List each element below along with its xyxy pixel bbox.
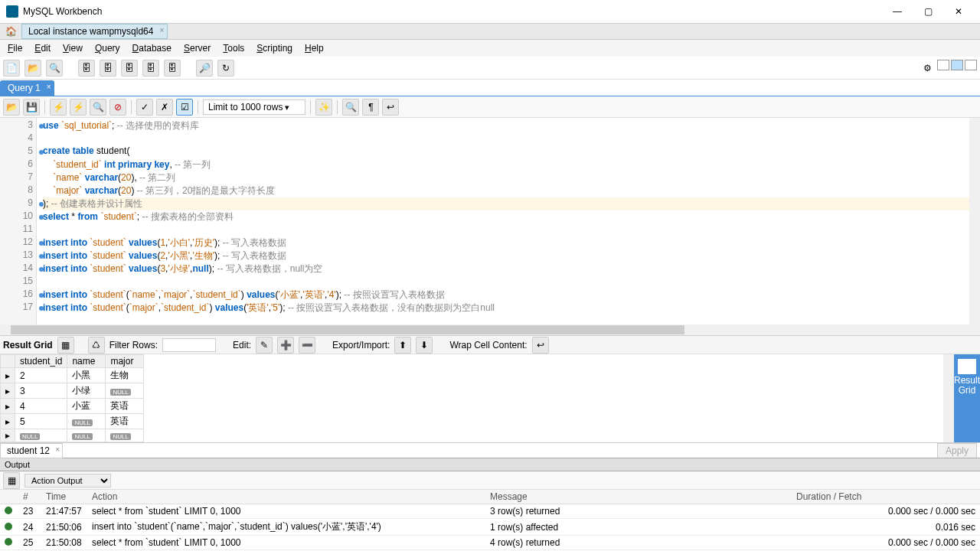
menu-server[interactable]: Server	[179, 41, 215, 55]
output-row[interactable]: 2521:50:08select * from `student` LIMIT …	[0, 536, 980, 550]
menu-query[interactable]: Query	[90, 41, 125, 55]
menu-view[interactable]: View	[58, 41, 87, 55]
filter-icon[interactable]: ♺	[88, 337, 105, 354]
result-side-panel[interactable]: Result Grid	[954, 354, 980, 442]
rollback-icon[interactable]: ✗	[156, 99, 173, 116]
limit-rows-select[interactable]: Limit to 1000 rows ▾	[203, 99, 305, 115]
filter-rows-input[interactable]	[162, 338, 216, 352]
window-title: MySQL Workbench	[23, 6, 882, 17]
home-icon[interactable]: 🏠	[0, 24, 21, 39]
reconnect-icon[interactable]: ↻	[217, 60, 234, 77]
toggle-bottom-panel[interactable]	[951, 60, 963, 70]
close-icon[interactable]: ×	[160, 26, 165, 34]
results-panel: Result Grid ▦ ♺ Filter Rows: Edit: ✎ ➕ ➖…	[0, 335, 980, 458]
new-sql-tab-icon[interactable]: 📄	[3, 60, 20, 77]
execute-current-icon[interactable]: ⚡	[70, 99, 87, 116]
code-editor[interactable]: 34567891011121314151617 use `sql_tutoria…	[0, 118, 980, 324]
status-ok-icon	[5, 523, 12, 530]
table-row[interactable]: ▸2小黑生物	[1, 368, 144, 383]
results-toolbar: Result Grid ▦ ♺ Filter Rows: Edit: ✎ ➕ ➖…	[0, 336, 980, 354]
connection-tab-label: Local instance wampmysqld64	[28, 26, 153, 37]
commit-icon[interactable]: ✓	[136, 99, 153, 116]
titlebar: MySQL Workbench — ▢ ✕	[0, 0, 980, 23]
menubar: FileEditViewQueryDatabaseServerToolsScri…	[0, 40, 980, 57]
inspector-icon[interactable]: 🔍	[46, 60, 63, 77]
open-sql-icon[interactable]: 📂	[24, 60, 41, 77]
db-icon-3[interactable]: 🗄	[121, 60, 138, 77]
add-row-icon[interactable]: ➕	[277, 337, 294, 354]
status-ok-icon	[5, 507, 12, 514]
db-icon-4[interactable]: 🗄	[142, 60, 159, 77]
execute-icon[interactable]: ⚡	[50, 99, 67, 116]
table-row[interactable]: ▸4小蓝英语	[1, 399, 144, 414]
output-view-icon[interactable]: ▦	[3, 472, 20, 489]
status-ok-icon	[5, 538, 12, 546]
menu-scripting[interactable]: Scripting	[252, 41, 297, 55]
main-toolbar: 📄 📂 🔍 🗄 🗄 🗄 🗄 🗄 🔎 ↻ ⚙	[0, 57, 980, 80]
save-file-icon[interactable]: 💾	[23, 99, 40, 116]
output-header: Output	[0, 458, 980, 471]
menu-file[interactable]: File	[3, 41, 27, 55]
result-tab[interactable]: student 12 ×	[0, 443, 63, 458]
code-content[interactable]: use `sql_tutorial`; -- 选择使用的资料库create ta…	[37, 118, 980, 324]
result-grid-label: Result Grid	[3, 340, 53, 350]
invisible-icon[interactable]: ¶	[362, 99, 379, 116]
wrap-label: Wrap Cell Content:	[449, 340, 527, 350]
db-icon[interactable]: 🗄	[78, 60, 95, 77]
horizontal-scrollbar[interactable]	[0, 324, 980, 335]
find-icon[interactable]: 🔍	[342, 99, 359, 116]
search-table-icon[interactable]: 🔎	[196, 60, 213, 77]
menu-database[interactable]: Database	[128, 41, 176, 55]
stop-icon[interactable]: ⊘	[109, 99, 126, 116]
table-row[interactable]: ▸5NULL英语	[1, 414, 144, 429]
line-gutter: 34567891011121314151617	[0, 118, 37, 324]
autocommit-icon[interactable]: ☑	[176, 99, 193, 116]
open-file-icon[interactable]: 📂	[3, 99, 20, 116]
result-grid[interactable]: student_idnamemajor▸2小黑生物▸3小绿NULL▸4小蓝英语▸…	[0, 354, 943, 442]
edit-icon[interactable]: ✎	[256, 337, 273, 354]
query-tab-label: Query 1	[8, 83, 41, 93]
toggle-right-panel[interactable]	[965, 60, 977, 70]
menu-help[interactable]: Help	[300, 41, 328, 55]
settings-gear-icon[interactable]: ⚙	[919, 60, 936, 77]
connection-tab[interactable]: Local instance wampmysqld64 ×	[21, 24, 168, 39]
beautify-icon[interactable]: ✨	[315, 99, 332, 116]
output-type-select[interactable]: Action Output	[24, 474, 111, 487]
connection-tabs: 🏠 Local instance wampmysqld64 ×	[0, 23, 980, 40]
output-row[interactable]: 2321:47:57select * from `student` LIMIT …	[0, 504, 980, 519]
wrap-cell-icon[interactable]: ↩	[532, 337, 549, 354]
filter-rows-label: Filter Rows:	[109, 340, 158, 350]
table-row[interactable]: ▸3小绿NULL	[1, 383, 144, 399]
output-grid[interactable]: #TimeActionMessageDuration / Fetch2321:4…	[0, 490, 980, 551]
menu-tools[interactable]: Tools	[218, 41, 249, 55]
editor-toolbar: 📂 💾 ⚡ ⚡ 🔍 ⊘ ✓ ✗ ☑ Limit to 1000 rows ▾ ✨…	[0, 96, 980, 118]
grid-view-icon[interactable]: ▦	[57, 337, 74, 354]
import-icon[interactable]: ⬇	[416, 337, 433, 354]
explain-icon[interactable]: 🔍	[90, 99, 106, 116]
close-button[interactable]: ✕	[943, 2, 974, 21]
close-icon[interactable]: ×	[55, 445, 60, 454]
export-label: Export/Import:	[332, 340, 390, 350]
export-icon[interactable]: ⬆	[394, 337, 411, 354]
side-panel-label: Result Grid	[954, 376, 980, 396]
db-icon-5[interactable]: 🗄	[164, 60, 181, 77]
db-icon-2[interactable]: 🗄	[100, 60, 116, 77]
edit-label: Edit:	[233, 340, 251, 350]
query-tab[interactable]: Query 1 ×	[0, 80, 54, 96]
output-toolbar: ▦ Action Output	[0, 471, 980, 490]
vertical-scrollbar[interactable]	[969, 118, 980, 324]
maximize-button[interactable]: ▢	[913, 2, 943, 21]
wrap-icon[interactable]: ↩	[382, 99, 399, 116]
results-scrollbar[interactable]	[943, 354, 954, 442]
close-icon[interactable]: ×	[47, 83, 51, 91]
table-row[interactable]: ▸NULLNULLNULL	[1, 429, 144, 442]
delete-row-icon[interactable]: ➖	[299, 337, 315, 354]
query-tabs: Query 1 ×	[0, 80, 980, 96]
output-row[interactable]: 2421:50:06insert into `student`(`name`,`…	[0, 519, 980, 536]
minimize-button[interactable]: —	[882, 2, 913, 21]
menu-edit[interactable]: Edit	[30, 41, 55, 55]
result-tab-label: student 12	[7, 445, 50, 456]
toggle-left-panel[interactable]	[937, 60, 949, 70]
apply-button[interactable]: Apply	[937, 443, 977, 458]
results-tabbar: student 12 × Apply	[0, 442, 980, 458]
